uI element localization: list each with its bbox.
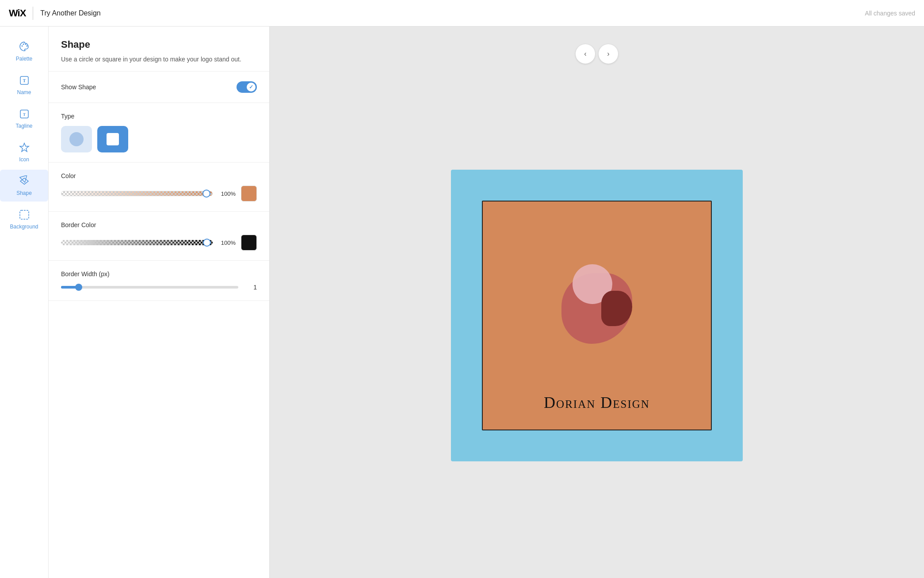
control-panel: Shape Use a circle or square in your des… xyxy=(49,27,270,578)
show-shape-toggle[interactable]: ✓ xyxy=(237,81,257,93)
tagline-label: Tagline xyxy=(15,123,32,129)
svg-point-0 xyxy=(21,46,23,47)
svg-point-3 xyxy=(26,46,27,47)
logo-illustration xyxy=(496,215,698,393)
svg-marker-8 xyxy=(20,143,29,152)
prev-arrow-icon: ‹ xyxy=(584,50,586,58)
background-label: Background xyxy=(10,224,38,230)
color-percentage: 100% xyxy=(218,190,236,197)
border-width-section: Border Width (px) 1 xyxy=(49,261,269,301)
svg-text:T: T xyxy=(23,78,26,83)
panel-description: Use a circle or square in your design to… xyxy=(61,55,257,64)
shape-label: Shape xyxy=(16,190,32,196)
prev-design-button[interactable]: ‹ xyxy=(576,44,595,64)
color-slider-thumb[interactable] xyxy=(202,190,210,198)
color-section: Color 100% xyxy=(49,163,269,212)
type-label: Type xyxy=(61,113,257,120)
sidebar-item-shape[interactable]: Shape xyxy=(0,170,48,202)
color-row: 100% xyxy=(61,186,257,202)
circle-shape-icon xyxy=(69,132,84,146)
header-divider xyxy=(33,7,33,20)
logo-text-area: Dorian Design xyxy=(544,393,650,416)
logo-preview: Dorian Design xyxy=(451,170,743,461)
color-label: Color xyxy=(61,172,257,179)
border-width-row: 1 xyxy=(61,284,257,291)
icon-label: Icon xyxy=(19,156,29,163)
type-square-button[interactable] xyxy=(97,126,128,152)
border-color-section: Border Color 100% xyxy=(49,212,269,261)
svg-rect-9 xyxy=(20,210,29,219)
shape-icon xyxy=(18,175,31,187)
border-width-slider[interactable] xyxy=(61,286,238,289)
tagline-icon: T xyxy=(18,108,31,120)
color-slider[interactable] xyxy=(61,191,213,196)
sidebar-item-tagline[interactable]: T Tagline xyxy=(0,103,48,134)
canvas-nav: ‹ › xyxy=(576,44,618,64)
next-arrow-icon: › xyxy=(607,50,609,58)
svg-point-2 xyxy=(25,44,26,45)
toggle-knob: ✓ xyxy=(247,83,256,91)
sidebar-nav: Palette T Name T Tagline xyxy=(0,27,49,578)
svg-text:T: T xyxy=(23,112,25,117)
type-circle-button[interactable] xyxy=(61,126,92,152)
border-color-label: Border Color xyxy=(61,221,257,228)
background-icon xyxy=(18,209,31,221)
border-width-thumb[interactable] xyxy=(75,284,82,291)
type-buttons-group xyxy=(61,126,257,152)
name-label: Name xyxy=(17,89,31,95)
sidebar-item-palette[interactable]: Palette xyxy=(0,35,48,67)
show-shape-section: Show Shape ✓ xyxy=(49,72,269,103)
show-shape-row: Show Shape ✓ xyxy=(61,81,257,93)
main-layout: Palette T Name T Tagline xyxy=(0,27,924,578)
border-color-percentage: 100% xyxy=(218,240,236,246)
palette-label: Palette xyxy=(16,56,32,62)
square-shape-icon xyxy=(107,133,119,145)
border-color-swatch[interactable] xyxy=(241,235,257,251)
border-color-slider-thumb[interactable] xyxy=(203,239,211,247)
panel-header: Shape Use a circle or square in your des… xyxy=(49,27,269,72)
sidebar-item-icon[interactable]: Icon xyxy=(0,136,48,168)
color-swatch[interactable] xyxy=(241,186,257,202)
toggle-check-icon: ✓ xyxy=(249,84,253,90)
name-icon: T xyxy=(18,74,31,87)
panel-title: Shape xyxy=(61,39,257,50)
type-section: Type xyxy=(49,103,269,163)
app-header: WiX Try Another Design All changes saved xyxy=(0,0,924,27)
wix-logo: WiX xyxy=(9,8,26,19)
border-color-row: 100% xyxy=(61,235,257,251)
canvas-area: ‹ › Dorian Design xyxy=(270,27,924,578)
border-width-value: 1 xyxy=(244,284,257,291)
logo-card: Dorian Design xyxy=(482,201,712,430)
svg-point-1 xyxy=(23,44,24,45)
save-status: All changes saved xyxy=(865,10,915,17)
border-width-label: Border Width (px) xyxy=(61,270,257,278)
sidebar-item-background[interactable]: Background xyxy=(0,203,48,235)
sidebar-item-name[interactable]: T Name xyxy=(0,69,48,101)
icon-icon xyxy=(18,141,31,154)
show-shape-label: Show Shape xyxy=(61,84,96,91)
palette-icon xyxy=(18,41,31,53)
border-color-slider[interactable] xyxy=(61,240,213,245)
next-design-button[interactable]: › xyxy=(599,44,618,64)
logo-shape-group xyxy=(548,255,645,353)
header-title: Try Another Design xyxy=(40,9,100,17)
logo-name: Dorian Design xyxy=(544,393,650,412)
